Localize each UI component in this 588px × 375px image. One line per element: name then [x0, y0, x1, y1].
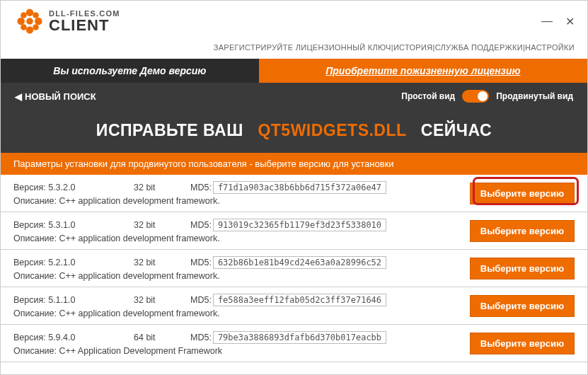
md5-value[interactable]: 79be3a3886893dfafb6d370b017eacbb [213, 331, 386, 344]
menu-settings[interactable]: НАСТРОЙКИ [525, 43, 575, 52]
md5-value[interactable]: 632b86b1e81b49cd24e63a0a28996c52 [213, 256, 386, 269]
version-number: Версия: 5.3.2.0 [13, 183, 134, 192]
version-description: Описание: C++ application development fr… [13, 196, 470, 206]
fix-text-before: ИСПРАВЬТЕ ВАШ [96, 121, 243, 139]
promo-bar: Вы используете Демо версию Приобретите п… [1, 59, 587, 83]
version-info: Версия: 5.3.2.032 bitMD5:f71d1a903ac38b6… [13, 181, 470, 206]
version-arch: 32 bit [134, 295, 190, 305]
md5-value[interactable]: fe588a3eeff12fab05d2c3ff37e71646 [213, 294, 386, 306]
version-row: Версия: 5.1.1.032 bitMD5:fe588a3eeff12fa… [1, 287, 587, 325]
fix-banner: ИСПРАВЬТЕ ВАШ QT5WIDGETS.DLL СЕЙЧАС [1, 110, 587, 153]
md5-label: MD5: [190, 258, 212, 267]
demo-notice: Вы используете Демо версию [1, 59, 259, 83]
version-number: Версия: 5.2.1.0 [13, 258, 134, 267]
version-row: Версия: 5.3.1.032 bitMD5:913019c32365fb1… [1, 212, 587, 250]
app-window: DLL-FILES.COM CLIENT — ✕ ЗАРЕГИСТРИРУЙТЕ… [1, 1, 587, 362]
select-version-button[interactable]: Выберите версию [470, 183, 575, 204]
version-info: Версия: 5.2.1.032 bitMD5:632b86b1e81b49c… [13, 256, 470, 281]
version-arch: 64 bit [134, 333, 190, 342]
view-toggle[interactable] [462, 90, 489, 103]
dll-name: QT5WIDGETS.DLL [258, 121, 406, 139]
buy-license-link[interactable]: Приобретите пожизненную лицензию [259, 59, 587, 83]
logo-icon [16, 8, 43, 35]
version-info: Версия: 5.1.1.032 bitMD5:fe588a3eeff12fa… [13, 294, 470, 318]
params-bar: Параметры установки для продвинутого пол… [1, 153, 587, 175]
top-menu: ЗАРЕГИСТРИРУЙТЕ ЛИЦЕНЗИОННЫЙ КЛЮЧ | ИСТО… [1, 40, 587, 59]
new-search-label: НОВЫЙ ПОИСК [25, 91, 96, 102]
version-arch: 32 bit [134, 220, 190, 230]
fix-text-after: СЕЙЧАС [421, 121, 492, 139]
close-button[interactable]: ✕ [565, 15, 575, 28]
select-version-button[interactable]: Выберите версию [470, 220, 575, 242]
window-controls: — ✕ [541, 15, 575, 28]
version-row: Версия: 5.9.4.064 bitMD5:79be3a3886893df… [1, 325, 587, 362]
md5-label: MD5: [190, 333, 212, 342]
logo-client-text: CLIENT [49, 18, 120, 33]
version-list: Версия: 5.3.2.032 bitMD5:f71d1a903ac38b6… [1, 175, 587, 362]
md5-value[interactable]: 913019c32365fb1179ef3d23f5338010 [213, 219, 386, 231]
version-arch: 32 bit [134, 183, 190, 192]
version-info: Версия: 5.9.4.064 bitMD5:79be3a3886893df… [13, 331, 470, 356]
version-info: Версия: 5.3.1.032 bitMD5:913019c32365fb1… [13, 219, 470, 243]
version-description: Описание: C++ application development fr… [13, 233, 470, 243]
subheader: ◀ НОВЫЙ ПОИСК Простой вид Продвинутый ви… [1, 83, 587, 110]
version-description: Описание: C++ application development fr… [13, 308, 470, 318]
version-top-row: Версия: 5.1.1.032 bitMD5:fe588a3eeff12fa… [13, 294, 470, 306]
logo: DLL-FILES.COM CLIENT [16, 8, 120, 35]
svg-point-5 [21, 12, 27, 18]
md5-value[interactable]: f71d1a903ac38b6bb6d715f372a06e47 [213, 181, 386, 194]
svg-point-8 [33, 24, 39, 30]
svg-point-6 [33, 12, 39, 18]
version-top-row: Версия: 5.2.1.032 bitMD5:632b86b1e81b49c… [13, 256, 470, 269]
simple-view-label[interactable]: Простой вид [401, 91, 455, 101]
version-arch: 32 bit [134, 258, 190, 267]
version-description: Описание: C++ application development fr… [13, 271, 470, 281]
md5-label: MD5: [190, 295, 212, 305]
view-switch: Простой вид Продвинутый вид [401, 90, 573, 103]
select-version-button[interactable]: Выберите версию [470, 333, 575, 354]
svg-point-7 [21, 24, 27, 30]
version-number: Версия: 5.3.1.0 [13, 220, 134, 230]
svg-point-1 [26, 8, 33, 16]
menu-register[interactable]: ЗАРЕГИСТРИРУЙТЕ ЛИЦЕНЗИОННЫЙ КЛЮЧ [214, 43, 391, 52]
new-search-button[interactable]: ◀ НОВЫЙ ПОИСК [15, 91, 96, 102]
version-description: Описание: C++ Application Development Fr… [13, 346, 470, 356]
md5-label: MD5: [190, 183, 212, 192]
back-arrow-icon: ◀ [15, 91, 22, 102]
version-number: Версия: 5.9.4.0 [13, 333, 134, 342]
md5-label: MD5: [190, 220, 212, 230]
version-number: Версия: 5.1.1.0 [13, 295, 134, 305]
menu-support[interactable]: СЛУЖБА ПОДДЕРЖКИ [435, 43, 523, 52]
version-row: Версия: 5.2.1.032 bitMD5:632b86b1e81b49c… [1, 250, 587, 287]
svg-point-3 [17, 18, 24, 25]
svg-point-4 [35, 18, 42, 25]
version-top-row: Версия: 5.9.4.064 bitMD5:79be3a3886893df… [13, 331, 470, 344]
menu-history[interactable]: ИСТОРИЯ [393, 43, 433, 52]
svg-point-2 [26, 26, 33, 33]
version-top-row: Версия: 5.3.2.032 bitMD5:f71d1a903ac38b6… [13, 181, 470, 194]
select-version-button[interactable]: Выберите версию [470, 258, 575, 279]
svg-point-0 [26, 18, 33, 25]
select-version-button[interactable]: Выберите версию [470, 295, 575, 317]
version-row: Версия: 5.3.2.032 bitMD5:f71d1a903ac38b6… [1, 175, 587, 212]
minimize-button[interactable]: — [541, 15, 553, 28]
titlebar: DLL-FILES.COM CLIENT — ✕ [1, 1, 587, 40]
advanced-view-label[interactable]: Продвинутый вид [496, 91, 573, 101]
version-top-row: Версия: 5.3.1.032 bitMD5:913019c32365fb1… [13, 219, 470, 231]
